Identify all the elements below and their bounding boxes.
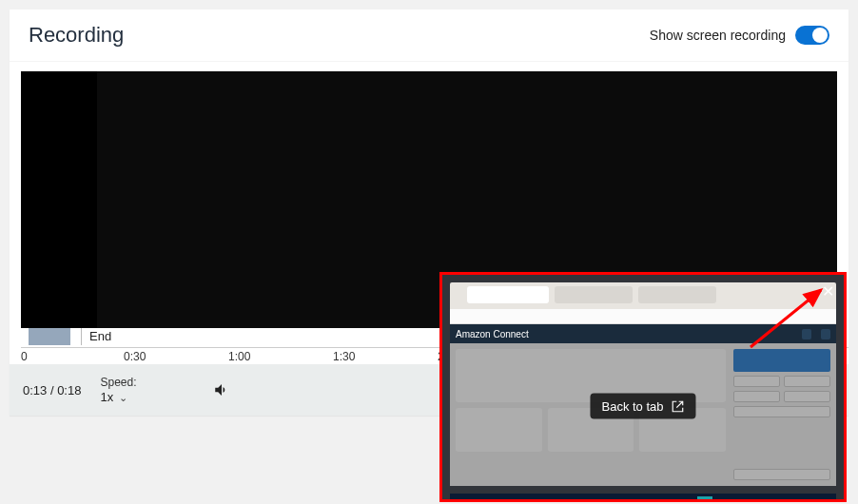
pip-sidebar bbox=[731, 343, 836, 486]
toggle-label: Show screen recording bbox=[650, 28, 786, 43]
show-recording-toggle-wrap: Show screen recording bbox=[650, 26, 829, 45]
timeline-divider bbox=[81, 328, 82, 345]
tick-label: 0:30 bbox=[124, 350, 146, 363]
back-to-tab-button[interactable]: Back to tab bbox=[590, 394, 695, 419]
back-to-tab-label: Back to tab bbox=[601, 399, 663, 414]
panel-title: Recording bbox=[29, 23, 124, 48]
pip-play-icon[interactable]: ▶ bbox=[639, 497, 647, 502]
pip-tab-active bbox=[467, 286, 549, 303]
panel-header: Recording Show screen recording bbox=[10, 10, 848, 62]
pip-app-ribbon: Amazon Connect bbox=[450, 324, 836, 343]
pip-tab bbox=[555, 286, 633, 303]
volume-icon[interactable] bbox=[213, 381, 230, 398]
pip-browser-tabs bbox=[450, 282, 836, 309]
pip-ribbon-chip bbox=[802, 329, 811, 339]
speed-label: Speed: bbox=[100, 376, 136, 389]
timeline-scrubber[interactable] bbox=[29, 328, 70, 345]
pip-address-bar bbox=[450, 309, 836, 324]
timeline-end-label: End bbox=[89, 329, 111, 343]
pip-taskbar-swatch bbox=[697, 496, 712, 502]
speed-selector[interactable]: Speed: 1x⌄ bbox=[100, 376, 136, 404]
tick-label: 1:00 bbox=[228, 350, 250, 363]
tick-label: 1:30 bbox=[333, 350, 355, 363]
pip-page-body: Back to tab bbox=[450, 343, 836, 486]
pip-tab bbox=[638, 286, 716, 303]
tick-label: 0 bbox=[21, 350, 28, 363]
show-recording-toggle[interactable] bbox=[795, 26, 829, 45]
speed-value: 1x bbox=[100, 390, 113, 404]
pip-taskbar: ▶ bbox=[450, 494, 836, 502]
time-display: 0:13 / 0:18 bbox=[23, 383, 81, 397]
pip-ribbon-right bbox=[802, 329, 830, 339]
pip-app-title: Amazon Connect bbox=[456, 329, 529, 339]
pip-close-button[interactable]: ✕ bbox=[822, 282, 834, 300]
chevron-down-icon: ⌄ bbox=[119, 392, 127, 404]
pip-overlay: ✕ Amazon Connect bbox=[439, 272, 847, 502]
open-in-new-icon bbox=[672, 399, 685, 413]
pip-ribbon-chip bbox=[821, 329, 830, 339]
